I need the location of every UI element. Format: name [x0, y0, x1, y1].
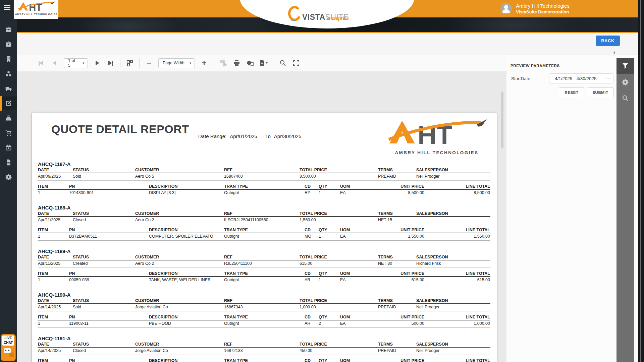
zoom-out-button[interactable]: − [144, 58, 154, 68]
zoom-level: Page Width [163, 61, 184, 65]
quote-section: AHCQ-1188-A DATESTATUSCUSTOMER REFTOTAL … [38, 205, 490, 248]
item-header-row: ITEMPNDESCRIPTION TRAN TYPECDQTY UOMUNIT… [38, 184, 490, 189]
report-logo-caption: AMBRY HILL TECHNOLOGIES [385, 150, 489, 155]
document-icon [5, 159, 12, 166]
item-values-row: 17014300-901 DISPLAY [3:3]Outright RP1 E… [38, 190, 490, 195]
quote-values-row: Apr/14/2025Sold Jorge Aviation Co1686734… [38, 305, 490, 310]
zoom-select[interactable]: Page Width▼ [158, 58, 195, 68]
sidebar-item-register[interactable] [0, 111, 17, 125]
user-avatar-icon [500, 3, 512, 14]
item-header-row: ITEMPNDESCRIPTION TRAN TYPECDQTY UOMUNIT… [38, 271, 490, 276]
sidebar-item-briefcase-alt[interactable] [0, 38, 17, 51]
left-sidebar [0, 0, 17, 362]
quote-values-row: Apr/11/2025Created Aero Co 2RJL250411100… [38, 261, 490, 266]
quote-number: AHCQ-1191-A [38, 336, 71, 341]
start-date-label: StartDate [511, 76, 530, 81]
back-button[interactable]: BACK [596, 36, 620, 46]
aht-logo-icon: HT [17, 1, 55, 13]
report-aht-logo-icon: HT [387, 117, 487, 149]
live-chat-button[interactable]: LIVECHAT [1, 334, 16, 361]
caret-down-icon: ▼ [82, 62, 85, 65]
briefcase-alt-icon [5, 41, 12, 48]
company-logo: HT AMBRY HILL TECHNOLOGIES [14, 0, 58, 19]
hamburger-menu-icon[interactable] [4, 5, 10, 10]
brand-enterprise: enterprise [287, 15, 349, 21]
report-title: QUOTE DETAIL REPORT [51, 123, 189, 136]
sidebar-item-calendar[interactable] [0, 141, 17, 154]
app-window: LIVECHAT HT AMBRY HILL TECHNOLOGIES Ambr… [0, 0, 644, 362]
sidebar-item-document[interactable] [0, 156, 17, 169]
quote-values-row: Apr/14/2025Closed Jorge Aviation Co16872… [38, 348, 490, 353]
viewer-toolbar: 1 of 5▼ − Page Width▼ + [17, 55, 506, 71]
report-viewer: 1 of 5▼ − Page Width▼ + [17, 55, 506, 362]
report-page: QUOTE DETAIL REPORT Date Range:Apr/01/20… [32, 113, 497, 362]
cash-register-icon [5, 115, 12, 122]
sidebar-item-cart[interactable] [0, 126, 17, 139]
user-org: Ambry Hill Technologies [516, 3, 570, 9]
search-tab[interactable] [616, 90, 634, 106]
item-values-row: 1119003-11 PBE HOODOutright AR2 EA500.00… [38, 321, 490, 326]
window-edge [638, 0, 644, 362]
full-screen-button[interactable] [291, 58, 301, 68]
item-values-row: 100059-039 TANK, WASTE, WELDED LINEROutr… [38, 278, 490, 283]
print-page-button[interactable] [245, 58, 255, 68]
zoom-in-button[interactable]: + [199, 58, 209, 68]
multi-page-view-button[interactable] [125, 58, 135, 68]
gear-icon [622, 78, 629, 86]
user-name: VistaSuite Demonstration [516, 9, 570, 15]
text-select-button[interactable] [218, 58, 228, 68]
report-date-range: Date Range:Apr/01/2025ToApr/30/2025 [198, 133, 305, 139]
page-indicator: 1 of 5 [68, 58, 77, 68]
calendar-add-icon [5, 144, 12, 151]
chat-bot-icon [4, 348, 11, 353]
quote-number: AHCQ-1189-A [38, 248, 71, 254]
quote-number: AHCQ-1187-A [38, 161, 71, 167]
quote-section: AHCQ-1190-A DATESTATUSCUSTOMER REFTOTAL … [38, 292, 490, 336]
sidebar-item-compose[interactable] [0, 97, 17, 110]
quote-values-row: Apr/09/2025Sold Aero Co 516807408 8,500.… [38, 174, 490, 179]
filter-tab[interactable] [616, 58, 634, 74]
filter-icon [622, 62, 629, 70]
item-header-row: ITEMPNDESCRIPTION TRAN TYPECDQTY UOMUNIT… [38, 228, 490, 233]
sidebar-item-truck[interactable] [0, 82, 17, 95]
first-page-button[interactable] [36, 58, 46, 68]
building-icon [5, 56, 12, 63]
company-logo-caption: AMBRY HILL TECHNOLOGIES [15, 13, 57, 16]
next-page-button[interactable] [92, 58, 102, 68]
truck-icon [5, 85, 12, 92]
date-picker-button[interactable]: ... [604, 74, 613, 83]
print-button[interactable] [232, 58, 242, 68]
page-select[interactable]: 1 of 5▼ [64, 58, 88, 68]
reset-button[interactable]: RESET [559, 87, 584, 97]
previous-page-button[interactable] [49, 58, 59, 68]
export-button[interactable] [259, 58, 269, 68]
item-header-row: ITEMPNDESCRIPTION TRAN TYPECDQTY UOMUNIT… [38, 315, 490, 320]
quote-section: AHCQ-1189-A DATESTATUSCUSTOMER REFTOTAL … [38, 248, 490, 292]
quote-section: AHCQ-1191-A DATESTATUSCUSTOMER REFTOTAL … [38, 336, 490, 362]
caret-down-icon: ▼ [189, 62, 192, 65]
briefcase-icon [5, 26, 12, 33]
quote-number: AHCQ-1188-A [38, 205, 71, 210]
quote-header-row: DATESTATUSCUSTOMER REFTOTAL PRICETERMS S… [38, 255, 490, 260]
settings-tab[interactable] [616, 74, 634, 90]
quote-header-row: DATESTATUSCUSTOMER REFTOTAL PRICETERMS S… [38, 168, 490, 173]
user-menu[interactable]: Ambry Hill Technologies VistaSuite Demon… [500, 2, 570, 16]
quote-values-row: Apr/11/2025Closed Aero Co 2ILSCRJL250411… [38, 218, 490, 223]
sidebar-item-settings[interactable] [0, 170, 17, 184]
cubes-icon [5, 70, 12, 77]
viewer-scrollbar[interactable] [501, 92, 503, 148]
search-icon [622, 95, 629, 102]
sidebar-item-cubes[interactable] [0, 67, 17, 80]
panel-title: PREVIEW PARAMETERS [511, 64, 560, 68]
submit-button[interactable]: SUBMIT [587, 87, 614, 97]
quote-header-row: DATESTATUSCUSTOMER REFTOTAL PRICETERMS S… [38, 298, 490, 303]
sidebar-item-building[interactable] [0, 52, 17, 66]
search-document-button[interactable] [278, 58, 288, 68]
quote-header-row: DATESTATUSCUSTOMER REFTOTAL PRICETERMS S… [38, 342, 490, 347]
action-bar: BACK › [17, 33, 638, 55]
sidebar-item-briefcase[interactable] [0, 23, 17, 36]
live-chat-label: LIVECHAT [2, 336, 14, 346]
compose-edit-icon [5, 100, 12, 107]
item-header-row: ITEMPNDESCRIPTION TRAN TYPECDQTY UOMUNIT… [38, 358, 490, 362]
last-page-button[interactable] [106, 58, 116, 68]
